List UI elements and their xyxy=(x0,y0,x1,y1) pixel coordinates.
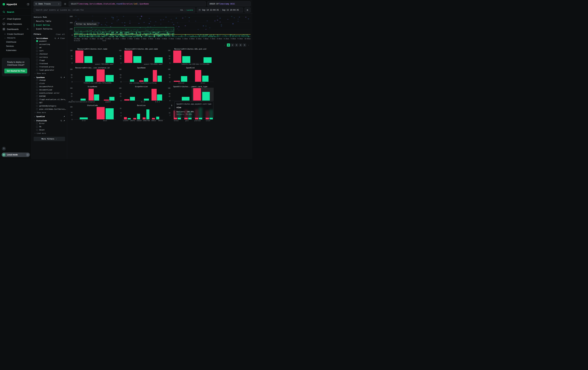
checkbox[interactable] xyxy=(36,47,38,49)
search-icon[interactable] xyxy=(54,38,56,39)
checkbox[interactable] xyxy=(36,99,38,100)
heatmap-selection-region[interactable] xyxy=(74,27,174,32)
bar[interactable] xyxy=(109,97,115,100)
filter-group-header[interactable]: SpanKind xyxy=(34,116,65,118)
checkbox[interactable] xyxy=(36,108,38,110)
filter-show-more-button[interactable]: Show more xyxy=(34,72,65,74)
bar[interactable] xyxy=(173,50,181,63)
bar[interactable] xyxy=(133,118,136,119)
chart-plot[interactable] xyxy=(73,50,116,63)
bar[interactable] xyxy=(106,108,114,119)
bar[interactable] xyxy=(151,89,157,100)
bar[interactable] xyxy=(85,76,93,82)
bar[interactable] xyxy=(84,56,92,63)
filter-option-grpc-oteldemo-cartservic[interactable]: grpc.oteldemo.CartServic… xyxy=(34,108,65,111)
bar[interactable] xyxy=(156,117,159,119)
filter-option-ok[interactable]: Ok xyxy=(34,125,65,128)
filter-option-documentload[interactable]: documentLoad xyxy=(34,88,65,91)
pagination-page-3[interactable]: 3 xyxy=(235,43,238,47)
filter-group-header[interactable]: StatusCode xyxy=(34,120,65,122)
checkbox[interactable] xyxy=(36,40,38,42)
checkbox[interactable] xyxy=(36,43,38,45)
bar[interactable] xyxy=(143,117,146,119)
presets-toggle[interactable]: PRESETS xyxy=(0,36,32,40)
chart-plot[interactable] xyxy=(171,69,214,82)
local-mode-button[interactable]: U Local mode xyxy=(2,152,30,157)
bar[interactable] xyxy=(181,76,188,82)
bar[interactable] xyxy=(193,88,201,100)
pagination-page-2[interactable]: 2 xyxy=(231,43,234,47)
checkbox[interactable] xyxy=(36,53,38,55)
create-dashboard-button[interactable]: Create Dashboard xyxy=(0,32,32,36)
lang-lucene[interactable]: Lucene xyxy=(187,9,193,11)
pin-icon[interactable] xyxy=(63,77,65,78)
pin-icon[interactable] xyxy=(57,38,59,39)
filter-option-error[interactable]: Error xyxy=(34,122,65,125)
bar[interactable] xyxy=(144,78,148,82)
chart-plot[interactable] xyxy=(122,88,165,101)
pagination-page-1[interactable]: 1 xyxy=(227,43,230,47)
bar[interactable] xyxy=(139,80,143,82)
filter-option-cart[interactable]: cart xyxy=(34,49,65,52)
analysis-mode-results-table[interactable]: Results Table xyxy=(34,19,65,23)
sidebar-item-client-sessions[interactable]: Client Sessions xyxy=(0,21,32,27)
chart-plot[interactable] xyxy=(73,88,116,101)
chart-plot[interactable] xyxy=(73,69,116,82)
bar[interactable] xyxy=(182,97,189,100)
checkbox[interactable] xyxy=(36,126,38,128)
source-settings-button[interactable] xyxy=(63,1,67,6)
filter-option-click[interactable]: click xyxy=(34,82,65,85)
sidebar-preset-clickhouse[interactable]: ClickHouse xyxy=(0,40,32,44)
bar[interactable] xyxy=(106,57,114,63)
chart-plot[interactable] xyxy=(171,88,214,101)
filter-option-checkout[interactable]: checkout xyxy=(34,52,65,56)
bar[interactable] xyxy=(130,97,135,100)
bar[interactable] xyxy=(124,50,132,63)
search-input[interactable] xyxy=(36,9,178,11)
checkbox[interactable] xyxy=(36,66,38,68)
pagination-next[interactable]: › xyxy=(247,43,250,47)
filter-load-more-button[interactable]: Load more xyxy=(34,131,65,134)
bar[interactable] xyxy=(124,117,127,119)
filter-clear-button[interactable]: Clear xyxy=(60,38,65,39)
bar[interactable] xyxy=(195,70,201,82)
filter-group-header[interactable]: SpanName xyxy=(34,76,65,79)
bar[interactable] xyxy=(137,114,140,119)
heatmap-plot[interactable]: Filter by Selection xyxy=(74,15,251,37)
checkbox[interactable] xyxy=(36,89,38,91)
bar[interactable] xyxy=(104,100,109,100)
bar[interactable] xyxy=(81,99,86,100)
filter-option-flagd[interactable]: flagd xyxy=(34,59,65,62)
checkbox[interactable] xyxy=(36,60,38,61)
clear-all-filters-button[interactable]: Clear all xyxy=(56,33,65,35)
checkbox[interactable] xyxy=(36,123,38,124)
bar[interactable] xyxy=(155,57,163,63)
filter-group-header[interactable]: ServiceNameClear xyxy=(34,37,65,40)
chart-plot[interactable] xyxy=(171,50,214,63)
bar[interactable] xyxy=(203,57,211,63)
checkbox[interactable] xyxy=(36,69,38,71)
filter-option-load-generator[interactable]: load-generator xyxy=(34,68,65,72)
bar[interactable] xyxy=(158,76,162,82)
bar[interactable] xyxy=(124,99,129,100)
bar[interactable] xyxy=(130,80,134,82)
lang-sql[interactable]: SQL xyxy=(180,9,183,11)
more-filters-button[interactable]: More filters xyxy=(34,137,65,141)
filter-option-flagd-evaluation-v1-serv[interactable]: flagd.evaluation.v1.Serv… xyxy=(34,98,65,101)
filter-option-ad[interactable]: ad xyxy=(34,46,65,49)
chart-plot[interactable] xyxy=(122,107,165,120)
filter-option-frontend[interactable]: frontend xyxy=(34,62,65,65)
pin-icon[interactable] xyxy=(63,120,65,122)
checkbox[interactable] xyxy=(36,50,38,52)
bar[interactable] xyxy=(157,94,162,101)
checkbox[interactable] xyxy=(36,56,38,58)
bar[interactable] xyxy=(174,81,180,82)
filter-show-more-button[interactable]: Show more xyxy=(34,111,65,113)
filter-option-documentfetch[interactable]: documentFetch xyxy=(34,85,65,88)
bar[interactable] xyxy=(146,110,149,119)
filter-option-payment[interactable]: payment xyxy=(34,40,65,43)
expand-user-menu[interactable] xyxy=(26,153,30,157)
filter-option-accounting[interactable]: accounting xyxy=(34,43,65,46)
checkbox[interactable] xyxy=(36,86,38,88)
filter-option-change[interactable]: change xyxy=(34,79,65,82)
